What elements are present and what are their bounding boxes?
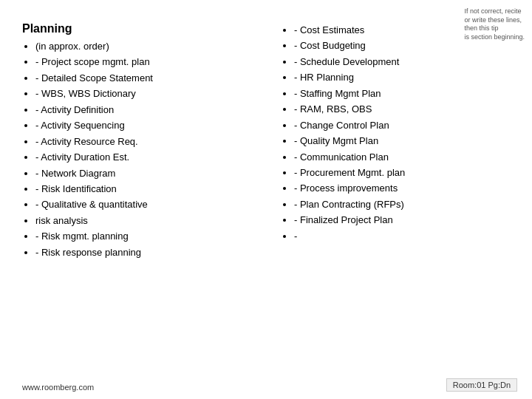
list-item: - Detailed Scope Statement — [35, 70, 251, 86]
list-item: - Project scope mgmt. plan — [35, 54, 251, 69]
list-item: - — [294, 228, 510, 244]
note-line-3: then this tip — [464, 24, 498, 32]
footer-page: Room:01 Pg:Dn — [453, 381, 511, 389]
note-line-4: is section beginning. — [464, 33, 525, 41]
list-item: - Activity Definition — [35, 102, 251, 117]
list-item: - HR Planning — [294, 69, 510, 85]
list-item: risk analysis — [35, 213, 251, 228]
list-item: - Staffing Mgmt Plan — [294, 86, 510, 101]
left-list: (in approx. order) - Project scope mgmt.… — [22, 38, 251, 260]
note-line-2: or write these lines, — [464, 16, 522, 24]
list-item: (in approx. order) — [35, 38, 251, 54]
list-item: - Activity Sequencing — [35, 117, 251, 133]
note-line-1: If not correct, recite — [464, 7, 521, 15]
list-item: - WBS, WBS Dictionary — [35, 86, 251, 101]
list-item: - Qualitative & quantitative — [35, 197, 251, 212]
right-list: - Cost Estimates - Cost Budgeting - Sche… — [281, 22, 510, 244]
top-right-note: If not correct, recite or write these li… — [464, 7, 525, 42]
list-item: - RAM, RBS, OBS — [294, 101, 510, 117]
right-column: - Cost Estimates - Cost Budgeting - Sche… — [273, 22, 510, 384]
list-item: - Communication Plan — [294, 149, 510, 165]
content-area: Planning (in approx. order) - Project sc… — [22, 22, 510, 384]
list-item: - Finalized Project Plan — [294, 212, 510, 228]
list-item: - Plan Contracting (RFPs) — [294, 197, 510, 212]
list-item: - Activity Resource Req. — [35, 134, 251, 149]
list-item: - Quality Mgmt Plan — [294, 133, 510, 149]
left-column: Planning (in approx. order) - Project sc… — [22, 22, 259, 384]
list-item: - Risk mgmt. planning — [35, 228, 251, 244]
list-item: - Network Diagram — [35, 166, 251, 181]
footer-right: Room:01 Pg:Dn — [446, 378, 517, 392]
list-item: - Process improvements — [294, 180, 510, 196]
footer-url: www.roomberg.com — [22, 383, 94, 392]
list-item: - Schedule Development — [294, 54, 510, 69]
list-item: - Change Control Plan — [294, 117, 510, 133]
list-item: - Activity Duration Est. — [35, 149, 251, 165]
list-item: - Risk response planning — [35, 245, 251, 260]
list-item: - Procurement Mgmt. plan — [294, 165, 510, 180]
footer-left: www.roomberg.com — [22, 383, 94, 392]
slide-container: If not correct, recite or write these li… — [0, 0, 532, 399]
left-title: Planning — [22, 22, 251, 35]
list-item: - Risk Identification — [35, 181, 251, 197]
